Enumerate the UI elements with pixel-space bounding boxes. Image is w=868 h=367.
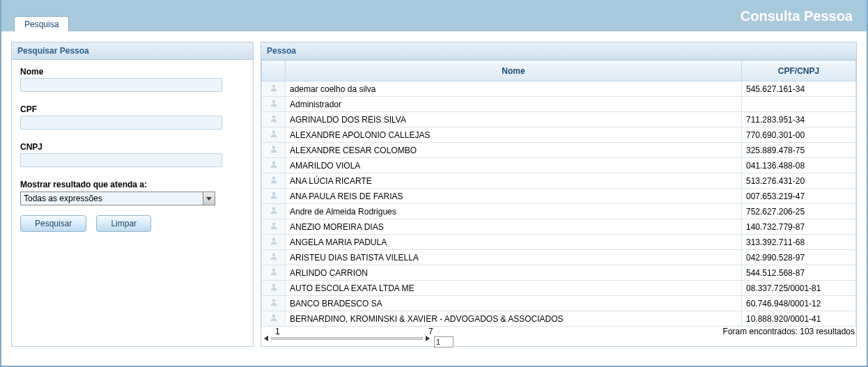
table-row[interactable]: AMARILDO VIOLA041.136.488-08 xyxy=(262,158,856,173)
person-icon xyxy=(270,206,278,214)
row-nome: ARLINDO CARRION xyxy=(286,265,742,281)
cnpj-label: CNPJ xyxy=(20,142,245,152)
row-doc: 007.653.219-47 xyxy=(742,189,856,204)
row-icon-cell xyxy=(262,219,286,235)
filter-label: Mostrar resultado que atenda a: xyxy=(20,180,245,189)
row-icon-cell xyxy=(262,235,286,250)
row-icon-cell xyxy=(262,127,286,143)
pager-total-pages: 7 xyxy=(428,327,433,336)
row-nome: ANA PAULA REIS DE FARIAS xyxy=(286,189,742,204)
nome-label: Nome xyxy=(20,67,245,77)
nome-input[interactable] xyxy=(20,78,222,92)
row-nome: BERNARDINO, KROMINSKI & XAVIER - ADVOGAD… xyxy=(286,311,742,327)
table-row[interactable]: ALEXANDRE CESAR COLOMBO325.889.478-75 xyxy=(262,143,856,158)
svg-point-11 xyxy=(272,253,275,257)
person-icon xyxy=(270,114,278,123)
person-icon xyxy=(270,221,278,230)
person-icon xyxy=(270,267,278,276)
row-doc: 752.627.206-25 xyxy=(742,204,856,219)
table-row[interactable]: ANA PAULA REIS DE FARIAS007.653.219-47 xyxy=(262,189,856,204)
row-doc: 770.690.301-00 xyxy=(742,127,856,143)
row-icon-cell xyxy=(262,204,286,219)
svg-point-4 xyxy=(272,146,275,150)
table-row[interactable]: ANEZIO MOREIRA DIAS140.732.779-87 xyxy=(262,219,856,235)
tab-pesquisa[interactable]: Pesquisa xyxy=(14,16,69,31)
person-icon xyxy=(270,313,278,322)
row-icon-cell xyxy=(262,281,286,296)
pager-next-icon[interactable] xyxy=(426,336,430,341)
col-nome[interactable]: Nome xyxy=(286,61,742,81)
svg-point-8 xyxy=(272,208,275,211)
svg-point-5 xyxy=(272,162,275,165)
table-row[interactable]: AUTO ESCOLA EXATA LTDA ME08.337.725/0001… xyxy=(262,281,856,296)
row-nome: AUTO ESCOLA EXATA LTDA ME xyxy=(286,281,742,296)
row-doc: 544.512.568-87 xyxy=(742,265,856,281)
svg-point-13 xyxy=(272,284,275,288)
table-row[interactable]: ARLINDO CARRION544.512.568-87 xyxy=(262,265,856,281)
row-doc: 711.283.951-34 xyxy=(742,112,856,127)
row-icon-cell xyxy=(262,97,286,112)
row-icon-cell xyxy=(262,250,286,265)
row-nome: Andre de Almeida Rodrigues xyxy=(286,204,742,219)
pager-slider[interactable] xyxy=(271,337,423,340)
col-doc[interactable]: CPF/CNPJ xyxy=(742,61,856,81)
svg-point-3 xyxy=(272,131,275,134)
table-row[interactable]: AGRINALDO DOS REIS SILVA711.283.951-34 xyxy=(262,112,856,127)
table-row[interactable]: ademar coelho da silva545.627.161-34 xyxy=(262,81,856,97)
row-nome: ademar coelho da silva xyxy=(286,81,742,97)
table-row[interactable]: ARISTEU DIAS BATISTA VILELLA042.990.528-… xyxy=(262,250,856,265)
row-icon-cell xyxy=(262,143,286,158)
svg-point-9 xyxy=(272,223,275,226)
tab-bar: Pesquisa Consulta Pessoa xyxy=(1,0,867,32)
row-doc: 10.888.920/0001-41 xyxy=(742,311,856,327)
pager-prev-icon[interactable] xyxy=(264,336,268,341)
person-icon xyxy=(270,191,278,199)
row-doc: 041.136.488-08 xyxy=(742,158,856,173)
results-panel: Pessoa Nome CPF/CNPJ ademar coelho da si… xyxy=(261,42,857,347)
table-row[interactable]: ANGELA MARIA PADULA313.392.711-68 xyxy=(262,235,856,250)
table-row[interactable]: ANA LÚCIA RICARTE513.276.431-20 xyxy=(262,173,856,189)
pager: 1 7 Foram encontrados: 103 resultados xyxy=(261,327,856,346)
table-row[interactable]: BANCO BRADESCO SA60.746.948/0001-12 xyxy=(262,296,856,311)
clear-button[interactable]: Limpar xyxy=(96,215,151,232)
cnpj-input[interactable] xyxy=(20,153,222,167)
person-icon xyxy=(270,84,278,92)
svg-point-2 xyxy=(272,116,275,119)
row-nome: ARISTEU DIAS BATISTA VILELLA xyxy=(286,250,742,265)
row-doc: 513.276.431-20 xyxy=(742,173,856,189)
chevron-down-icon[interactable] xyxy=(203,192,215,205)
row-nome: ANGELA MARIA PADULA xyxy=(286,235,742,250)
row-doc xyxy=(742,97,856,112)
row-doc: 08.337.725/0001-81 xyxy=(742,281,856,296)
row-doc: 313.392.711-68 xyxy=(742,235,856,250)
row-icon-cell xyxy=(262,173,286,189)
table-row[interactable]: BERNARDINO, KROMINSKI & XAVIER - ADVOGAD… xyxy=(262,311,856,327)
filter-selected-text: Todas as expressões xyxy=(24,194,102,203)
person-icon xyxy=(270,252,278,260)
results-table-wrap: Nome CPF/CNPJ ademar coelho da silva545.… xyxy=(261,60,856,327)
search-button[interactable]: Pesquisar xyxy=(20,215,86,232)
col-icon xyxy=(262,61,286,81)
row-nome: AMARILDO VIOLA xyxy=(286,158,742,173)
row-nome: ANEZIO MOREIRA DIAS xyxy=(286,219,742,235)
app-window: Pesquisa Consulta Pessoa Pesquisar Pesso… xyxy=(0,0,868,367)
svg-point-14 xyxy=(272,299,275,303)
person-icon xyxy=(270,99,278,107)
row-doc: 042.990.528-97 xyxy=(742,250,856,265)
row-doc: 140.732.779-87 xyxy=(742,219,856,235)
filter-select[interactable]: Todas as expressões xyxy=(20,192,215,205)
cpf-input[interactable] xyxy=(20,116,222,130)
svg-point-6 xyxy=(272,177,275,180)
person-icon xyxy=(270,237,278,245)
row-doc: 325.889.478-75 xyxy=(742,143,856,158)
svg-point-12 xyxy=(272,269,275,272)
table-row[interactable]: Andre de Almeida Rodrigues752.627.206-25 xyxy=(262,204,856,219)
svg-point-0 xyxy=(272,85,275,88)
svg-point-7 xyxy=(272,192,275,196)
table-row[interactable]: Administrador xyxy=(262,97,856,112)
row-doc: 545.627.161-34 xyxy=(742,81,856,97)
pager-page-input[interactable] xyxy=(434,336,454,348)
table-row[interactable]: ALEXANDRE APOLONIO CALLEJAS770.690.301-0… xyxy=(262,127,856,143)
row-nome: ANA LÚCIA RICARTE xyxy=(286,173,742,189)
pager-status: Foram encontrados: 103 resultados xyxy=(723,327,855,336)
